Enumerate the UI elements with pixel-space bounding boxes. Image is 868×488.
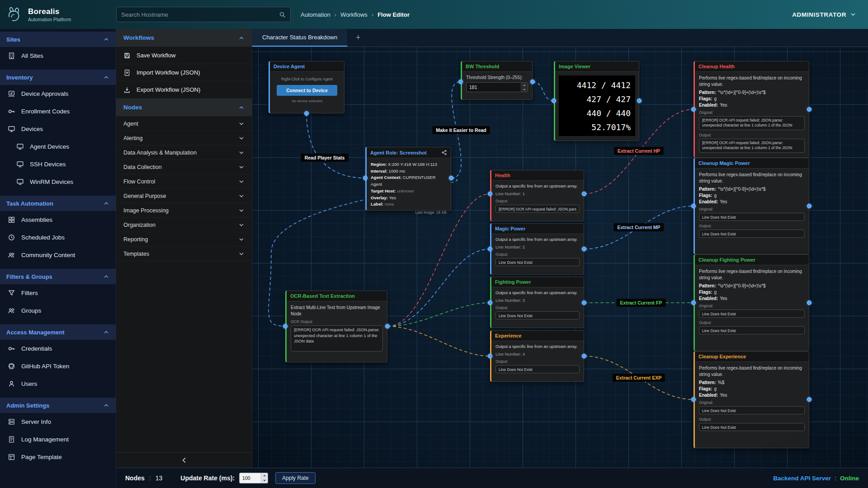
- sidebar-item-credentials[interactable]: Credentials: [0, 340, 116, 357]
- sidebar-item-groups[interactable]: Groups: [0, 302, 116, 319]
- user-menu[interactable]: ADMINISTRATOR: [792, 11, 856, 18]
- node-cleanup-magic-power[interactable]: Cleanup Magic Power Performs live regex-…: [693, 158, 809, 254]
- node-category-flow-control[interactable]: Flow Control: [116, 174, 252, 189]
- node-category-image-processing[interactable]: Image Processing: [116, 203, 252, 218]
- sidebar-item-log-management[interactable]: Log Management: [0, 431, 116, 448]
- port-health-input[interactable]: [488, 192, 492, 196]
- sidebar-item-filters[interactable]: Filters: [0, 284, 116, 302]
- tab-character-status-breakdown[interactable]: Character Status Breakdown: [252, 29, 348, 47]
- node-cleanup-health[interactable]: Cleanup Health Performs live regex-based…: [693, 61, 809, 158]
- port-image-viewer-output[interactable]: [637, 99, 642, 103]
- flow-canvas[interactable]: Device Agent Right-Click to Configure Ag…: [252, 47, 868, 468]
- sidebar-item-users[interactable]: Users: [0, 375, 116, 393]
- threshold-input[interactable]: [467, 83, 521, 92]
- sidebar-item-winrm-devices[interactable]: WinRM Devices: [0, 173, 116, 191]
- port-cleanup-magic-input[interactable]: [691, 204, 696, 208]
- port-experience-output[interactable]: [582, 354, 586, 358]
- nodes-section-header[interactable]: Nodes: [116, 99, 252, 117]
- import-workflow-button[interactable]: Import Workflow (JSON): [116, 64, 252, 81]
- node-category-agent[interactable]: Agent: [116, 117, 252, 131]
- collapse-panel-button[interactable]: [116, 452, 252, 468]
- port-cleanup-fighting-output[interactable]: [807, 300, 811, 305]
- sidebar-item-github-api-token[interactable]: GitHub API Token: [0, 357, 116, 375]
- node-image-viewer[interactable]: Image Viewer 4412 / 4412 427 / 427 440 /…: [554, 61, 639, 141]
- port-fighting-power-input[interactable]: [488, 300, 492, 305]
- node-category-alerting[interactable]: Alerting: [116, 131, 252, 145]
- update-rate-stepper[interactable]: [239, 473, 268, 483]
- sidebar-item-assemblies[interactable]: Assemblies: [0, 211, 116, 229]
- port-cleanup-experience-output[interactable]: [807, 397, 811, 402]
- connect-to-device-button[interactable]: Connect to Device: [277, 85, 337, 96]
- sidebar-section-header-admin-settings[interactable]: Admin Settings: [0, 398, 116, 413]
- sidebar-section-header-sites[interactable]: Sites: [0, 32, 116, 47]
- port-screenshot-output[interactable]: [449, 176, 453, 180]
- port-cleanup-magic-output[interactable]: [807, 204, 811, 208]
- save-workflow-button[interactable]: Save Workflow: [116, 47, 252, 64]
- node-category-reporting[interactable]: Reporting: [116, 232, 252, 247]
- node-experience[interactable]: Experience Output a specific line from a…: [490, 330, 584, 382]
- node-ocr-text-extraction[interactable]: OCR-Based Text Extraction Extract Multi-…: [285, 291, 387, 362]
- spin-up-icon[interactable]: [521, 83, 528, 87]
- spinner-buttons[interactable]: [261, 473, 268, 483]
- spin-down-icon[interactable]: [261, 478, 268, 483]
- sidebar-section-header-filters-groups[interactable]: Filters & Groups: [0, 269, 116, 284]
- node-device-agent[interactable]: Device Agent Right-Click to Configure Ag…: [269, 61, 344, 113]
- share-icon[interactable]: [441, 150, 447, 155]
- sidebar-item-agent-devices[interactable]: Agent Devices: [0, 138, 116, 155]
- node-cleanup-fighting-power[interactable]: Cleanup Fighting Power Performs live reg…: [693, 254, 809, 351]
- port-cleanup-fighting-input[interactable]: [691, 300, 696, 305]
- node-health[interactable]: Health Output a specific line from an up…: [490, 170, 584, 221]
- node-bw-threshold[interactable]: BW Threshold Threshold Strength (0–255):: [461, 61, 533, 100]
- sidebar-item-page-template[interactable]: Page Template: [0, 448, 116, 466]
- sidebar-item-scheduled-jobs[interactable]: Scheduled Jobs: [0, 229, 116, 246]
- port-health-output[interactable]: [582, 192, 586, 196]
- port-image-viewer-input[interactable]: [552, 99, 556, 103]
- export-workflow-button[interactable]: Export Workflow (JSON): [116, 81, 252, 99]
- port-bw-threshold-output[interactable]: [530, 80, 535, 84]
- node-magic-power[interactable]: Magic Power Output a specific line from …: [490, 223, 584, 275]
- port-ocr-output[interactable]: [385, 324, 390, 328]
- port-magic-power-input[interactable]: [488, 247, 492, 251]
- node-cleanup-experience[interactable]: Cleanup Experience Performs live regex-b…: [693, 351, 809, 448]
- update-rate-input[interactable]: [240, 473, 261, 483]
- sidebar-item-device-approvals[interactable]: Device Approvals: [0, 85, 116, 103]
- node-fighting-power[interactable]: Fighting Power Output a specific line fr…: [490, 277, 584, 328]
- sidebar-item-all-sites[interactable]: All Sites: [0, 47, 116, 65]
- spin-up-icon[interactable]: [261, 473, 268, 478]
- port-magic-power-output[interactable]: [582, 247, 586, 251]
- port-experience-input[interactable]: [488, 354, 492, 358]
- apply-rate-button[interactable]: Apply Rate: [275, 472, 316, 484]
- sidebar-item-enrollment-codes[interactable]: Enrollment Codes: [0, 103, 116, 120]
- port-ocr-input[interactable]: [283, 324, 288, 328]
- port-cleanup-health-input[interactable]: [691, 107, 696, 112]
- port-cleanup-health-output[interactable]: [807, 107, 811, 112]
- line-number: Line Number: 3: [495, 298, 580, 303]
- port-bw-threshold-input[interactable]: [458, 80, 463, 84]
- breadcrumb-item-workflows[interactable]: Workflows: [340, 11, 368, 18]
- search-box[interactable]: [116, 7, 291, 22]
- threshold-stepper[interactable]: [466, 82, 528, 92]
- sidebar-section-header-inventory[interactable]: Inventory: [0, 70, 116, 85]
- node-category-data-collection[interactable]: Data Collection: [116, 160, 252, 174]
- node-category-templates[interactable]: Templates: [116, 247, 252, 261]
- node-category-general-purpose[interactable]: General Purpose: [116, 189, 252, 203]
- node-category-data-analysis[interactable]: Data Analysis & Manipulation: [116, 145, 252, 160]
- spin-down-icon[interactable]: [521, 87, 528, 92]
- workflows-section-header[interactable]: Workflows: [116, 29, 252, 47]
- port-screenshot-input[interactable]: [363, 176, 368, 180]
- port-device-agent-output[interactable]: [304, 111, 309, 116]
- port-fighting-power-output[interactable]: [582, 300, 586, 305]
- sidebar-item-server-info[interactable]: Server Info: [0, 413, 116, 431]
- add-tab-button[interactable]: +: [348, 29, 368, 47]
- node-agent-role-screenshot[interactable]: Agent Role: Screenshot Region: X:200 Y:4…: [365, 147, 451, 211]
- sidebar-item-community-content[interactable]: Community Content: [0, 246, 116, 264]
- node-category-organization[interactable]: Organization: [116, 218, 252, 232]
- sidebar-item-devices[interactable]: Devices: [0, 120, 116, 138]
- sidebar-item-ssh-devices[interactable]: SSH Devices: [0, 155, 116, 173]
- sidebar-section-header-access-management[interactable]: Access Management: [0, 324, 116, 340]
- spinner-buttons[interactable]: [521, 83, 528, 92]
- sidebar-section-header-task-automation[interactable]: Task Automation: [0, 196, 116, 211]
- breadcrumb-item-automation[interactable]: Automation: [301, 11, 330, 18]
- search-input[interactable]: [121, 11, 279, 18]
- port-cleanup-experience-input[interactable]: [691, 397, 696, 402]
